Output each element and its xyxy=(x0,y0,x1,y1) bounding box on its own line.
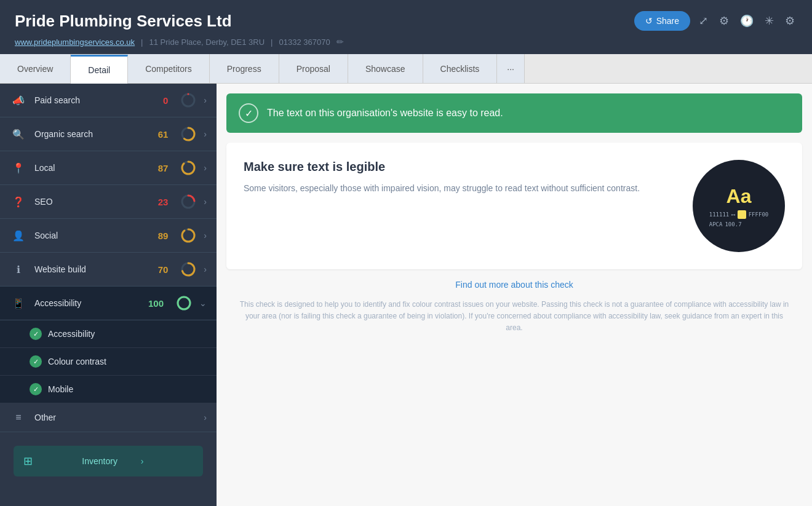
chevron-down-icon: ⌄ xyxy=(199,298,207,308)
megaphone-icon: 📣 xyxy=(10,95,27,106)
sidebar-score-website-build: 70 xyxy=(158,264,169,275)
sidebar-item-paid-search[interactable]: 📣 Paid search 0 › xyxy=(0,84,217,117)
chevron-right-icon: › xyxy=(141,456,193,466)
find-out-link-container: Find out more about this check xyxy=(226,279,802,290)
tab-checklists[interactable]: Checklists xyxy=(423,54,498,83)
card-description: Some visitors, especially those with imp… xyxy=(244,181,680,195)
sidebar-donut-paid-search xyxy=(180,92,196,108)
disclaimer-text: This check is designed to help you to id… xyxy=(226,299,802,334)
sidebar-donut-social xyxy=(180,227,196,243)
edit-icon[interactable]: ✏ xyxy=(336,37,344,47)
phone: 01332 367070 xyxy=(279,38,330,47)
card-text: Make sure text is legible Some visitors,… xyxy=(244,160,680,195)
history-icon[interactable]: 🕐 xyxy=(738,12,756,30)
sidebar-label-seo: SEO xyxy=(34,197,151,207)
sidebar-item-organic-search[interactable]: 🔍 Organic search 61 › xyxy=(0,117,217,151)
address: 11 Pride Place, Derby, DE1 3RU xyxy=(149,38,265,47)
app-title: Pride Plumbing Services Ltd xyxy=(15,12,232,31)
sidebar-label-accessibility: Accessibility xyxy=(34,298,141,308)
apca-label: APCA xyxy=(709,221,723,227)
tab-overview[interactable]: Overview xyxy=(0,54,71,83)
website-link[interactable]: www.prideplumbingservices.co.uk xyxy=(15,38,135,47)
person-icon: 👤 xyxy=(10,230,27,242)
inventory-button[interactable]: ⊞ Inventory › xyxy=(14,446,203,476)
chevron-right-icon: › xyxy=(204,197,207,207)
sidebar-label-paid-search: Paid search xyxy=(34,95,156,105)
header-actions: ↺ Share ⤢ ⚙ 🕐 ✳ ⚙ xyxy=(634,11,797,31)
tab-progress[interactable]: Progress xyxy=(210,54,279,83)
sidebar: 📣 Paid search 0 › 🔍 Organic search 61 › … xyxy=(0,84,217,506)
sidebar-score-accessibility: 100 xyxy=(148,298,164,309)
config-icon[interactable]: ⚙ xyxy=(782,12,797,30)
sidebar-label-organic-search: Organic search xyxy=(34,129,151,139)
sidebar-score-local: 87 xyxy=(158,163,169,173)
svg-point-5 xyxy=(182,162,194,174)
tab-showcase[interactable]: Showcase xyxy=(348,54,423,83)
share-button[interactable]: ↺ Share xyxy=(634,11,690,31)
settings-gear-icon[interactable]: ⚙ xyxy=(717,12,731,30)
sidebar-item-seo[interactable]: ❓ SEO 23 › xyxy=(0,185,217,219)
tab-competitors[interactable]: Competitors xyxy=(128,54,209,83)
apca-value: 100.7 xyxy=(725,221,741,227)
svg-point-13 xyxy=(178,297,190,309)
fullscreen-icon[interactable]: ⤢ xyxy=(696,12,710,30)
arrow-icon: ⟷ xyxy=(731,211,734,218)
tabs-bar: Overview Detail Competitors Progress Pro… xyxy=(0,54,812,84)
sidebar-score-seo: 23 xyxy=(158,197,169,207)
success-banner: ✓ The text on this organisation's websit… xyxy=(226,93,802,133)
card-visual: Aa 111111 ⟷ FFFF00 APCA 100.7 xyxy=(693,160,785,252)
sidebar-item-other[interactable]: ≡ Other › xyxy=(0,403,217,432)
check-icon: ✓ xyxy=(30,383,42,395)
sub-label-accessibility: Accessibility xyxy=(48,329,95,339)
inventory-icon: ⊞ xyxy=(23,454,76,468)
sidebar-donut-organic-search xyxy=(180,126,196,142)
success-check-icon: ✓ xyxy=(239,103,258,123)
sub-item-accessibility[interactable]: ✓ Accessibility xyxy=(0,320,217,348)
visual-aa-text: Aa xyxy=(709,185,768,208)
sub-item-mobile[interactable]: ✓ Mobile xyxy=(0,376,217,403)
sidebar-donut-seo xyxy=(180,194,196,210)
location-icon: 📍 xyxy=(10,162,27,174)
question-icon: ❓ xyxy=(10,196,27,208)
sub-label-colour-contrast: Colour contrast xyxy=(48,357,106,366)
search-icon: 🔍 xyxy=(10,128,27,140)
header-meta: www.prideplumbingservices.co.uk | 11 Pri… xyxy=(15,37,797,47)
svg-point-9 xyxy=(182,229,194,242)
visual-hex2: FFFF00 xyxy=(749,211,769,218)
sidebar-label-local: Local xyxy=(34,163,151,173)
svg-point-0 xyxy=(182,94,194,106)
tab-detail[interactable]: Detail xyxy=(71,55,128,84)
sidebar-label-other: Other xyxy=(34,413,196,422)
inventory-label: Inventory xyxy=(82,456,134,466)
sidebar-item-social[interactable]: 👤 Social 89 › xyxy=(0,219,217,253)
chevron-right-icon: › xyxy=(204,163,207,173)
integrate-icon[interactable]: ✳ xyxy=(762,12,776,30)
chevron-right-icon: › xyxy=(204,129,207,139)
sidebar-item-local[interactable]: 📍 Local 87 › xyxy=(0,151,217,185)
visual-inner: Aa 111111 ⟷ FFFF00 APCA 100.7 xyxy=(709,185,768,227)
banner-text: The text on this organisation's website … xyxy=(267,108,503,119)
main-layout: 📣 Paid search 0 › 🔍 Organic search 61 › … xyxy=(0,84,812,506)
main-content: ✓ The text on this organisation's websit… xyxy=(217,84,812,506)
share-icon: ↺ xyxy=(645,16,653,26)
visual-hex1: 111111 xyxy=(709,211,730,218)
mobile-icon: 📱 xyxy=(10,298,27,309)
tab-proposal[interactable]: Proposal xyxy=(279,54,348,83)
header: Pride Plumbing Services Ltd ↺ Share ⤢ ⚙ … xyxy=(0,0,812,54)
list-icon: ≡ xyxy=(10,412,27,423)
check-icon: ✓ xyxy=(30,328,42,340)
chevron-right-icon: › xyxy=(204,413,207,422)
detail-card: Make sure text is legible Some visitors,… xyxy=(226,143,802,269)
sidebar-item-website-build[interactable]: ℹ Website build 70 › xyxy=(0,253,217,287)
chevron-right-icon: › xyxy=(204,95,207,105)
find-out-link[interactable]: Find out more about this check xyxy=(455,280,573,290)
tab-more[interactable]: ··· xyxy=(497,54,525,83)
sidebar-score-paid-search: 0 xyxy=(163,95,168,106)
info-icon: ℹ xyxy=(10,264,27,275)
sub-item-colour-contrast[interactable]: ✓ Colour contrast xyxy=(0,348,217,376)
sub-label-mobile: Mobile xyxy=(48,384,73,394)
sidebar-item-accessibility[interactable]: 📱 Accessibility 100 ⌄ xyxy=(0,287,217,320)
card-title: Make sure text is legible xyxy=(244,160,680,174)
sidebar-donut-accessibility xyxy=(176,295,192,311)
check-icon: ✓ xyxy=(30,355,42,368)
